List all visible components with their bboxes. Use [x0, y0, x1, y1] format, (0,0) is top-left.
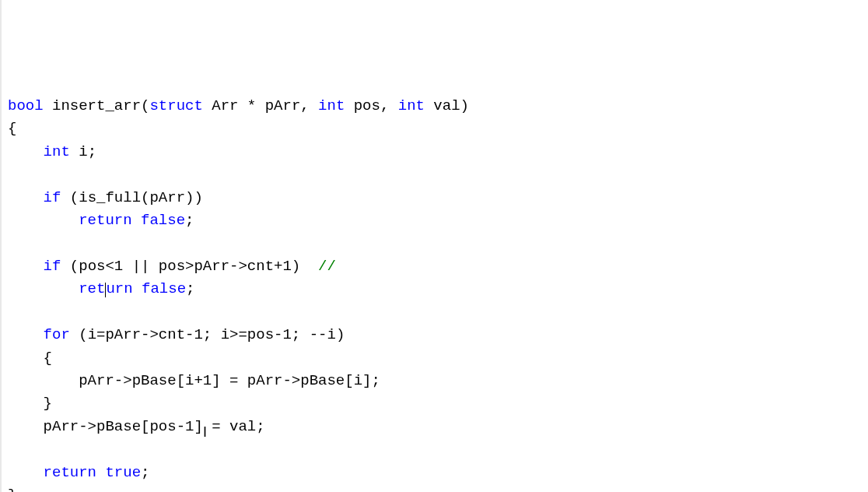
- indent: [8, 280, 79, 297]
- keyword-int: int: [44, 143, 70, 160]
- brace-close: }: [8, 487, 16, 492]
- keyword-false: false: [141, 212, 185, 229]
- semicolon: ;: [141, 464, 149, 481]
- keyword-for: for: [44, 326, 70, 343]
- code-text: insert_arr(: [44, 97, 150, 114]
- comment: //: [318, 258, 336, 275]
- brace-open: {: [8, 350, 52, 367]
- indent: [8, 464, 44, 481]
- code-text: (pos<1 || pos>pArr->cnt+1): [61, 258, 318, 275]
- code-text: val): [425, 97, 469, 114]
- code-text: pArr->pBase[pos-1] = val;: [8, 418, 265, 435]
- brace-close: }: [8, 395, 52, 412]
- code-text: [96, 464, 105, 481]
- keyword-if: if: [44, 258, 61, 275]
- code-text: [132, 212, 141, 229]
- brace-open: {: [8, 120, 16, 137]
- indent: [8, 258, 44, 275]
- keyword-false: false: [142, 280, 186, 297]
- keyword-int: int: [318, 97, 345, 114]
- code-text: i;: [70, 143, 96, 160]
- code-text: (is_full(pArr)): [61, 189, 202, 206]
- keyword-struct: struct: [149, 97, 202, 114]
- keyword-bool: bool: [8, 97, 44, 114]
- semicolon: ;: [186, 280, 194, 297]
- semicolon: ;: [185, 212, 194, 229]
- keyword-if: if: [44, 189, 61, 206]
- text-cursor: [105, 283, 106, 297]
- indent: [8, 326, 44, 343]
- keyword-int: int: [398, 97, 425, 114]
- code-text: (i=pArr->cnt-1; i>=pos-1; --i): [70, 326, 345, 343]
- code-text: pArr->pBase[i+1] = pArr->pBase[i];: [8, 372, 380, 389]
- keyword-return: return: [44, 464, 96, 481]
- keyword-return-part: urn: [106, 280, 132, 297]
- code-block[interactable]: bool insert_arr(struct Arr * pArr, int p…: [8, 95, 862, 492]
- indent: [8, 212, 79, 229]
- keyword-true: true: [105, 464, 141, 481]
- code-text: Arr * pArr,: [203, 97, 318, 114]
- indent: [8, 143, 44, 160]
- indent: [8, 189, 44, 206]
- keyword-return-part: ret: [79, 280, 105, 297]
- code-text: [133, 280, 142, 297]
- keyword-return: return: [79, 212, 131, 229]
- code-text: pos,: [345, 97, 397, 114]
